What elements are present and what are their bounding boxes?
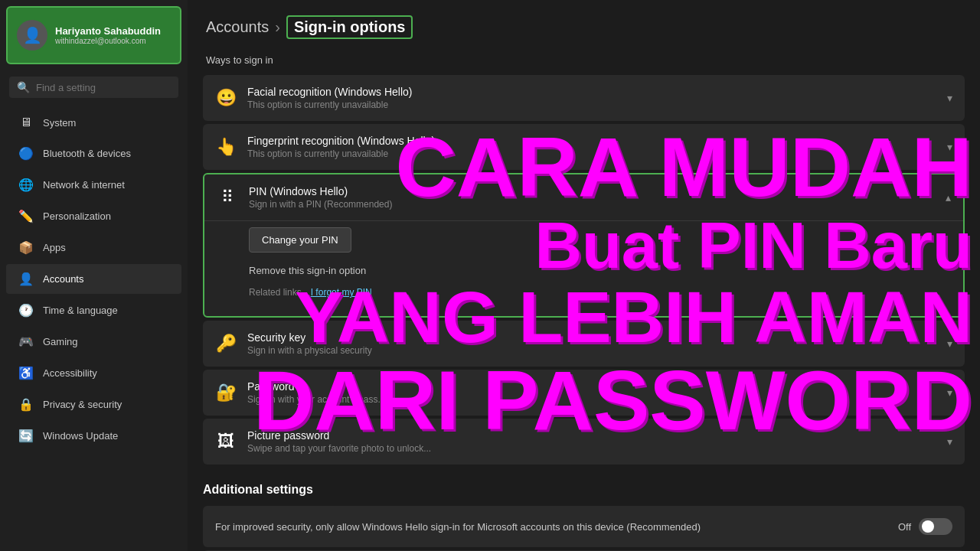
sidebar-item-update[interactable]: 🔄 Windows Update [6,421,181,451]
facial-icon: 😀 [215,88,237,108]
option-picture-subtitle: Swipe and tap your favorite photo to unl… [247,443,947,454]
sidebar-item-bluetooth[interactable]: 🔵 Bluetooth & devices [6,139,181,168]
option-security-key[interactable]: 🔑 Security key Sign in with a physical s… [203,321,965,367]
sidebar-item-apps[interactable]: 📦 Apps [6,233,181,262]
option-facial-subtitle: This option is currently unavailable [247,99,947,110]
additional-settings: Additional settings For improved securit… [188,468,980,551]
password-icon: 🔐 [215,383,237,403]
option-fingerprint-subtitle: This option is currently unavailable [247,148,947,159]
sidebar-item-label: Accessibility [43,367,97,379]
option-security-text: Security key Sign in with a physical sec… [247,331,947,356]
option-pin-text: PIN (Windows Hello) Sign in with a PIN (… [249,185,946,210]
related-links: Related links I forgot my PIN [249,281,919,304]
chevron-down-icon: ▾ [947,337,952,350]
option-security-subtitle: Sign in with a physical security [247,345,947,356]
sidebar-item-label: Personalization [43,210,111,222]
main-content: Accounts › Sign-in options Ways to sign … [188,0,980,551]
chevron-down-icon: ▾ [947,92,952,104]
sidebar-item-label: Gaming [43,336,78,347]
option-pin-subtitle: Sign in with a PIN (Recommended) [249,199,946,210]
option-picture-password[interactable]: 🖼 Picture password Swipe and tap your fa… [203,419,965,465]
windows-hello-setting: For improved security, only allow Window… [203,506,965,547]
breadcrumb-current: Sign-in options [286,15,413,39]
sidebar-item-label: System [43,117,76,129]
picture-password-icon: 🖼 [215,432,237,452]
sidebar-item-gaming[interactable]: 🎮 Gaming [6,327,181,357]
option-fingerprint-title: Fingerprint recognition (Windows Hello) [247,135,947,147]
fingerprint-icon: 👆 [215,137,237,157]
ways-to-sign-in-label: Ways to sign in [188,51,980,75]
sidebar-item-label: Apps [43,242,66,253]
breadcrumb: Accounts › Sign-in options [188,0,980,51]
sidebar-item-time[interactable]: 🕐 Time & language [6,295,181,325]
time-icon: 🕐 [18,303,34,318]
sidebar-item-label: Bluetooth & devices [43,148,131,159]
option-picture-text: Picture password Swipe and tap your favo… [247,429,947,454]
sidebar-item-label: Network & internet [43,179,125,191]
option-security-title: Security key [247,331,947,344]
windows-hello-text: For improved security, only allow Window… [215,521,886,533]
windows-hello-toggle[interactable] [919,518,952,535]
option-fingerprint-text: Fingerprint recognition (Windows Hello) … [247,135,947,159]
update-icon: 🔄 [18,429,34,443]
sidebar-item-label: Time & language [43,305,118,316]
user-email: withindazzel@outlook.com [55,37,161,45]
sidebar-item-label: Privacy & security [43,399,122,410]
gaming-icon: 🎮 [18,334,34,349]
user-info: Hariyanto Sahabuddin withindazzel@outloo… [55,25,161,45]
option-pin-title: PIN (Windows Hello) [249,185,946,197]
pin-icon: ⠿ [217,187,238,207]
option-facial-text: Facial recognition (Windows Hello) This … [247,86,947,110]
option-password-subtitle: Sign in with your account's pass... [247,394,947,405]
sidebar-item-label: Windows Update [43,430,118,442]
security-key-icon: 🔑 [215,334,237,354]
related-links-label: Related links [249,287,302,298]
option-password-title: Password [247,380,947,393]
system-icon: 🖥 [18,116,34,129]
nav-items: 🖥 System 🔵 Bluetooth & devices 🌐 Network… [0,104,188,455]
remove-signin-link[interactable]: Remove this sign-in option [249,260,919,281]
chevron-down-icon: ▾ [947,141,952,153]
apps-icon: 📦 [18,240,34,255]
avatar: 👤 [17,20,47,51]
sidebar-item-network[interactable]: 🌐 Network & internet [6,170,181,200]
option-facial[interactable]: 😀 Facial recognition (Windows Hello) Thi… [203,75,965,121]
search-box[interactable]: 🔍 [9,77,178,98]
network-icon: 🌐 [18,178,34,192]
forgot-pin-link[interactable]: I forgot my PIN [311,287,372,298]
user-name: Hariyanto Sahabuddin [55,25,161,37]
additional-settings-title: Additional settings [203,483,965,497]
sidebar: 👤 Hariyanto Sahabuddin withindazzel@outl… [0,0,188,551]
option-picture-title: Picture password [247,429,947,442]
chevron-down-icon: ▾ [947,435,952,448]
pin-expand-content: Change your PIN Remove this sign-in opti… [204,220,963,316]
sidebar-item-privacy[interactable]: 🔒 Privacy & security [6,390,181,419]
sidebar-item-accessibility[interactable]: ♿ Accessibility [6,358,181,388]
breadcrumb-arrow: › [275,18,280,36]
option-fingerprint[interactable]: 👆 Fingerprint recognition (Windows Hello… [203,124,965,170]
change-pin-button[interactable]: Change your PIN [249,227,351,253]
sidebar-item-system[interactable]: 🖥 System [6,108,181,137]
option-password[interactable]: 🔐 Password Sign in with your account's p… [203,370,965,416]
breadcrumb-parent[interactable]: Accounts [206,18,269,36]
accessibility-icon: ♿ [18,366,34,380]
sign-in-options: 😀 Facial recognition (Windows Hello) Thi… [188,75,980,465]
option-pin-header[interactable]: ⠿ PIN (Windows Hello) Sign in with a PIN… [204,174,963,220]
chevron-down-icon: ▾ [947,386,952,399]
option-facial-title: Facial recognition (Windows Hello) [247,86,947,98]
search-icon: 🔍 [17,81,30,93]
accounts-icon: 👤 [18,272,34,286]
sidebar-item-accounts[interactable]: 👤 Accounts [6,264,181,294]
privacy-icon: 🔒 [18,397,34,412]
windows-hello-value: Off [898,521,911,533]
chevron-up-icon: ▴ [946,191,951,204]
option-pin[interactable]: ⠿ PIN (Windows Hello) Sign in with a PIN… [203,173,965,318]
sidebar-item-personalization[interactable]: ✏️ Personalization [6,201,181,231]
search-input[interactable] [36,82,171,93]
sidebar-item-label: Accounts [43,273,83,285]
user-profile[interactable]: 👤 Hariyanto Sahabuddin withindazzel@outl… [6,6,181,64]
bluetooth-icon: 🔵 [18,146,34,161]
personalization-icon: ✏️ [18,209,34,223]
option-password-text: Password Sign in with your account's pas… [247,380,947,405]
